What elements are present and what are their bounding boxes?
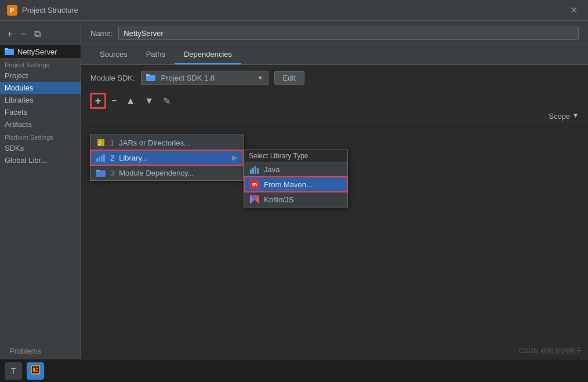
folder-icon [5, 47, 14, 56]
dropdown-item-moddep[interactable]: 3 Module Dependency... [90, 165, 243, 180]
svg-rect-16 [96, 170, 100, 172]
taskbar: T [0, 359, 588, 382]
dropdown-item-jars-number: 1 [110, 139, 114, 147]
submenu-item-maven[interactable]: m From Maven... [244, 177, 347, 192]
svg-rect-18 [252, 168, 254, 174]
sdk-dropdown[interactable]: Project SDK 1.8 ▼ [141, 71, 268, 85]
add-dep-button[interactable]: + [90, 93, 106, 108]
scope-arrow-icon: ▼ [572, 112, 579, 121]
library-icon [96, 153, 106, 162]
add-module-button[interactable]: + [5, 28, 14, 41]
svg-rect-1 [5, 48, 8, 50]
submenu-item-java[interactable]: Java [244, 162, 347, 177]
submenu-header: Select Library Type [244, 150, 347, 162]
svg-rect-6 [33, 368, 35, 372]
svg-rect-11 [96, 158, 98, 162]
sidebar-item-facets[interactable]: Facets [0, 106, 81, 118]
sidebar-item-sdks[interactable]: SDKs [0, 142, 81, 154]
svg-rect-3 [146, 74, 150, 76]
submenu-maven-label: From Maven... [264, 180, 313, 189]
add-dropdown-menu: J 1 JARs or Directories... 2 Library... … [90, 134, 244, 181]
platform-settings-label: Platform Settings [0, 130, 81, 142]
app-icon: P [7, 5, 17, 16]
dropdown-item-library[interactable]: 2 Library... ▶ [90, 150, 243, 165]
submenu-java-label: Java [264, 165, 280, 174]
dropdown-item-library-number: 2 [110, 154, 114, 162]
tab-paths[interactable]: Paths [137, 45, 175, 64]
name-input[interactable] [118, 27, 579, 40]
sidebar-item-project[interactable]: Project [0, 70, 81, 82]
sdk-edit-button[interactable]: Edit [274, 71, 304, 85]
svg-rect-17 [250, 169, 252, 174]
close-button[interactable]: ✕ [567, 3, 581, 17]
sidebar-libraries-label: Libraries [5, 96, 34, 104]
sdk-value: Project SDK 1.8 [161, 74, 254, 82]
sidebar-item-artifacts[interactable]: Artifacts [0, 118, 81, 130]
sidebar-sdks-label: SDKs [5, 144, 24, 152]
library-type-submenu: Select Library Type Java m From Maven...… [244, 150, 348, 208]
scope-label: Scope [549, 112, 570, 121]
name-row: Name: [81, 21, 588, 45]
sidebar-project-label: Project [5, 71, 28, 80]
sidebar-item-modules[interactable]: Modules [0, 82, 81, 94]
submenu-kotlin-label: Kotlin/JS [264, 195, 293, 204]
sidebar-toolbar: + − ⧉ [0, 26, 81, 43]
edit-dep-button[interactable]: ✎ [159, 94, 174, 108]
remove-module-button[interactable]: − [18, 28, 28, 41]
svg-text:J: J [98, 140, 101, 146]
name-label: Name: [90, 29, 112, 38]
sidebar-artifacts-label: Artifacts [5, 120, 32, 129]
maven-icon: m [250, 180, 259, 189]
dropdown-item-jars-label: JARs or Directories... [119, 139, 190, 147]
tab-sources[interactable]: Sources [90, 45, 137, 64]
sidebar-globallib-label: Global Libr... [5, 156, 47, 165]
svg-rect-7 [36, 368, 38, 369]
taskbar-icon-2[interactable] [27, 362, 44, 380]
copy-module-button[interactable]: ⧉ [32, 28, 43, 41]
dropdown-item-jars[interactable]: J 1 JARs or Directories... [90, 135, 243, 150]
dropdown-item-moddep-label: Module Dependency... [119, 169, 194, 177]
sdk-row: Module SDK: Project SDK 1.8 ▼ Edit [81, 65, 588, 91]
svg-rect-13 [101, 155, 103, 162]
tab-dependencies[interactable]: Dependencies [175, 45, 241, 64]
submenu-item-kotlin[interactable]: Kotlin/JS [244, 192, 347, 207]
svg-rect-12 [99, 157, 100, 162]
remove-dep-button[interactable]: − [108, 94, 120, 108]
project-settings-label: Project Settings [0, 58, 81, 70]
sdk-arrow-icon: ▼ [257, 75, 263, 81]
kotlin-icon [250, 195, 259, 204]
sdk-folder-icon [146, 73, 155, 83]
module-name-label: NettyServer [17, 48, 57, 56]
sidebar-item-global-libraries[interactable]: Global Libr... [0, 154, 81, 166]
move-up-button[interactable]: ▲ [122, 94, 139, 108]
window-title: Project Structure [22, 6, 567, 14]
taskbar-icon-2-label [30, 365, 41, 377]
deps-toolbar: + − ▲ ▼ ✎ [81, 91, 588, 111]
titlebar: P Project Structure ✕ [0, 0, 588, 21]
problems-tab[interactable]: Problems [0, 343, 81, 359]
sidebar-item-libraries[interactable]: Libraries [0, 94, 81, 106]
watermark: CSDN @机智的橙子 [518, 346, 582, 356]
svg-rect-19 [255, 166, 256, 174]
svg-rect-20 [257, 168, 259, 174]
sidebar-modules-label: Modules [5, 83, 33, 92]
sdk-label: Module SDK: [90, 74, 135, 82]
taskbar-icon-1-label: T [11, 366, 16, 376]
library-submenu-arrow: ▶ [232, 154, 237, 162]
dropdown-item-moddep-number: 3 [110, 169, 114, 177]
java-icon [250, 166, 259, 174]
svg-rect-14 [103, 154, 105, 162]
sidebar: + − ⧉ NettyServer Project Settings Proje… [0, 21, 81, 359]
moddep-icon [96, 168, 106, 177]
svg-rect-8 [36, 370, 38, 372]
sidebar-facets-label: Facets [5, 108, 27, 117]
scope-header: Scope ▼ [81, 111, 588, 122]
dropdown-item-library-label: Library... [119, 154, 148, 162]
taskbar-icon-1[interactable]: T [5, 362, 22, 380]
move-down-button[interactable]: ▼ [141, 94, 157, 108]
tab-bar: Sources Paths Dependencies [81, 45, 588, 65]
jars-icon: J [96, 138, 106, 147]
module-item-nettyserver[interactable]: NettyServer [0, 45, 81, 58]
